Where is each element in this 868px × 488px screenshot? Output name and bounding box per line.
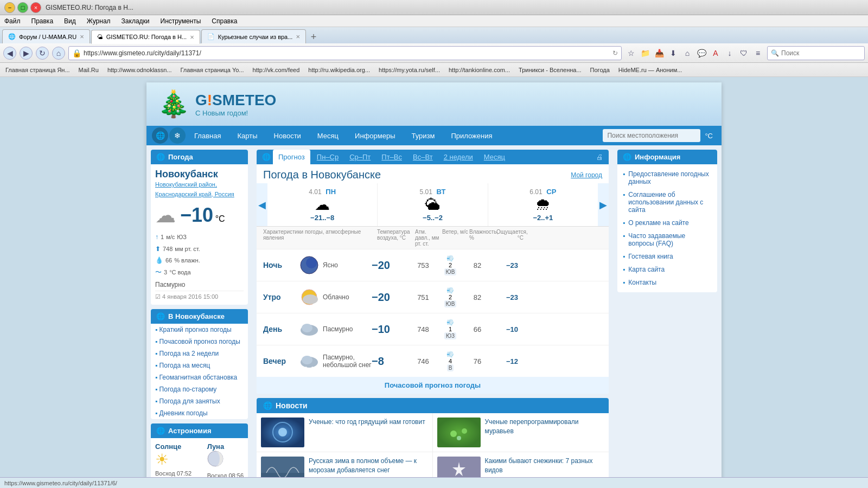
day-item-mon[interactable]: 4.01 ПН ☁ −21..−8: [267, 183, 378, 226]
bookmark-wikipedia[interactable]: http://ru.wikipedia.org...: [305, 66, 373, 74]
hourly-forecast-link[interactable]: Почасовой прогноз погоды: [385, 381, 481, 389]
bookmarks-bar: Главная страница Ян... Mail.Ru http://ww…: [0, 63, 868, 77]
news-text-2[interactable]: Ученые перепрограммировали муравьев: [485, 418, 605, 447]
pocket-icon[interactable]: 📥: [653, 47, 665, 59]
home-button[interactable]: ⌂: [52, 47, 65, 60]
tab-forecast[interactable]: Прогноз: [273, 150, 310, 164]
tab-forum[interactable]: 🌐 Форум / U-MAMA.RU ×: [2, 29, 90, 43]
tab-wed-fri[interactable]: Ср–Пт: [345, 151, 375, 163]
menu-item-geo[interactable]: Геомагнитная обстановка: [151, 371, 248, 383]
bookmark-vk[interactable]: http://vk.com/feed: [250, 66, 303, 74]
day-wind-dir: ЮЗ: [444, 332, 456, 339]
nav-tourism[interactable]: Туризм: [404, 130, 442, 142]
print-button[interactable]: 🖨: [596, 153, 603, 161]
menu-bookmarks[interactable]: Закладки: [119, 16, 152, 26]
chat-icon[interactable]: 💬: [695, 47, 707, 59]
city-oblast[interactable]: Краснодарский край, Россия: [155, 190, 244, 200]
menu-item-old-style[interactable]: Погода по-старому: [151, 383, 248, 395]
search-input[interactable]: [781, 49, 863, 57]
info-link-guestbook[interactable]: Гостевая книга: [628, 253, 673, 260]
back-button[interactable]: ◀: [3, 47, 16, 60]
menu-view[interactable]: Вид: [62, 16, 78, 26]
menu-dots-icon[interactable]: ≡: [752, 47, 764, 59]
info-link-ads[interactable]: О рекламе на сайте: [628, 219, 688, 227]
menu-tools[interactable]: Инструменты: [158, 16, 203, 26]
bookmark-hideme[interactable]: HideME.ru — Аноним...: [615, 66, 686, 74]
bookmark-yota[interactable]: https://my.yota.ru/self...: [375, 66, 443, 74]
menu-item-brief[interactable]: Краткий прогноз погоды: [151, 324, 248, 336]
nav-home-icon-btn[interactable]: 🌐: [152, 127, 168, 144]
tab-close-news-button[interactable]: ×: [296, 33, 300, 41]
bookmark-tanks[interactable]: http://tankionline.com...: [445, 66, 513, 74]
carousel-next-button[interactable]: ▶: [598, 183, 609, 226]
close-button[interactable]: ×: [30, 2, 41, 13]
maximize-button[interactable]: □: [17, 2, 28, 13]
reload-button[interactable]: ↻: [36, 47, 49, 60]
bookmark-star-icon[interactable]: ☆: [625, 47, 637, 59]
tab-close-active-button[interactable]: ×: [190, 33, 194, 41]
nav-search-input[interactable]: [603, 129, 700, 142]
tab-month[interactable]: Месяц: [480, 151, 509, 163]
tab-close-button[interactable]: ×: [80, 33, 84, 41]
bookmark-youtube[interactable]: Главная страница Yo...: [177, 66, 247, 74]
search-box[interactable]: 🔍: [767, 46, 865, 60]
download2-icon[interactable]: ↓: [724, 47, 736, 59]
bookmark-ok[interactable]: http://www.odnoklassn...: [104, 66, 175, 74]
info-link-agreement[interactable]: Соглашение об использовании данных с сай…: [628, 191, 712, 214]
my-city-link[interactable]: Мой город: [571, 171, 602, 179]
menu-item-diary[interactable]: Дневник погоды: [151, 407, 248, 419]
tab-fri-sun[interactable]: Пт–Вс: [377, 151, 406, 163]
day-item-wed[interactable]: 6.01 СР 🌨 −2..+1: [488, 183, 598, 226]
tab-gismeteo[interactable]: 🌤 GISMETEO.RU: Погода в Н... ×: [91, 30, 200, 44]
nav-maps[interactable]: Карты: [229, 130, 265, 142]
url-box[interactable]: 🔒 https://www.gismeteo.ru/city/daily/113…: [68, 46, 622, 60]
logo-text[interactable]: G!SMETEO: [195, 92, 276, 109]
window-controls[interactable]: − □ ×: [4, 2, 41, 13]
menu-item-busy[interactable]: Погода для занятых: [151, 395, 248, 407]
download-icon[interactable]: ⬇: [667, 47, 679, 59]
day2-name: ВТ: [437, 188, 446, 196]
minimize-button[interactable]: −: [4, 2, 15, 13]
info-link-sitemap[interactable]: Карта сайта: [628, 266, 665, 273]
shield-icon[interactable]: 🛡: [738, 47, 750, 59]
info-link-data[interactable]: Предоставление погодных данных: [628, 170, 712, 185]
tab-mon-wed[interactable]: Пн–Ср: [312, 151, 343, 163]
bookmark-yandex[interactable]: Главная страница Ян...: [2, 66, 73, 74]
bookmark-weather[interactable]: Погода: [587, 66, 613, 74]
nav-apps[interactable]: Приложения: [443, 130, 500, 142]
tab-2weeks[interactable]: 2 недели: [439, 151, 477, 163]
menu-help[interactable]: Справка: [209, 16, 239, 26]
nav-widgets[interactable]: Информеры: [347, 130, 403, 142]
time-evening-temp: −8: [372, 355, 410, 368]
nav-news[interactable]: Новости: [266, 130, 309, 142]
menu-edit[interactable]: Правка: [29, 16, 56, 26]
menu-file[interactable]: Файл: [2, 16, 23, 26]
info-link-faq[interactable]: Часто задаваемые вопросы (FAQ): [628, 232, 712, 247]
tab-sun-tue[interactable]: Вс–Вт: [409, 151, 437, 163]
nav-snowflake-btn[interactable]: ❄: [169, 127, 186, 144]
new-tab-button[interactable]: +: [307, 30, 320, 43]
home-nav-icon[interactable]: ⌂: [681, 47, 693, 59]
menu-item-hourly[interactable]: Почасовой прогноз погоды: [151, 336, 248, 348]
city-region[interactable]: Новокубанский район,: [155, 180, 244, 190]
adobe-icon[interactable]: A: [710, 47, 722, 59]
nav-month[interactable]: Месяц: [310, 130, 346, 142]
forward-button[interactable]: ▶: [20, 47, 33, 60]
nav-main[interactable]: Главная: [187, 130, 228, 142]
nav-temp-unit[interactable]: °C: [701, 132, 716, 140]
nav-search[interactable]: [603, 129, 700, 142]
forecast-table-header: Характеристики погоды, атмосферные явлен…: [257, 227, 609, 249]
menu-journal[interactable]: Журнал: [85, 16, 113, 26]
refresh-icon[interactable]: ↻: [612, 49, 618, 57]
day-item-tue[interactable]: 5.01 ВТ 🌥 −5..−2: [378, 183, 488, 226]
city-name[interactable]: Новокубанск: [155, 169, 244, 180]
menu-item-2weeks[interactable]: Погода на 2 недели: [151, 348, 248, 359]
bookmark-folder-icon[interactable]: 📁: [639, 47, 651, 59]
bookmark-trinix[interactable]: Триникси - Вселенна...: [515, 66, 585, 74]
news-text-1[interactable]: Ученые: что год грядущий нам готовит: [309, 418, 425, 447]
info-link-contacts[interactable]: Контакты: [628, 279, 656, 286]
bookmark-mail[interactable]: Mail.Ru: [75, 66, 102, 74]
menu-item-month[interactable]: Погода на месяц: [151, 359, 248, 371]
carousel-prev-button[interactable]: ◀: [257, 183, 267, 226]
tab-news[interactable]: 📄 Курьезные случаи из вра... ×: [201, 29, 306, 43]
